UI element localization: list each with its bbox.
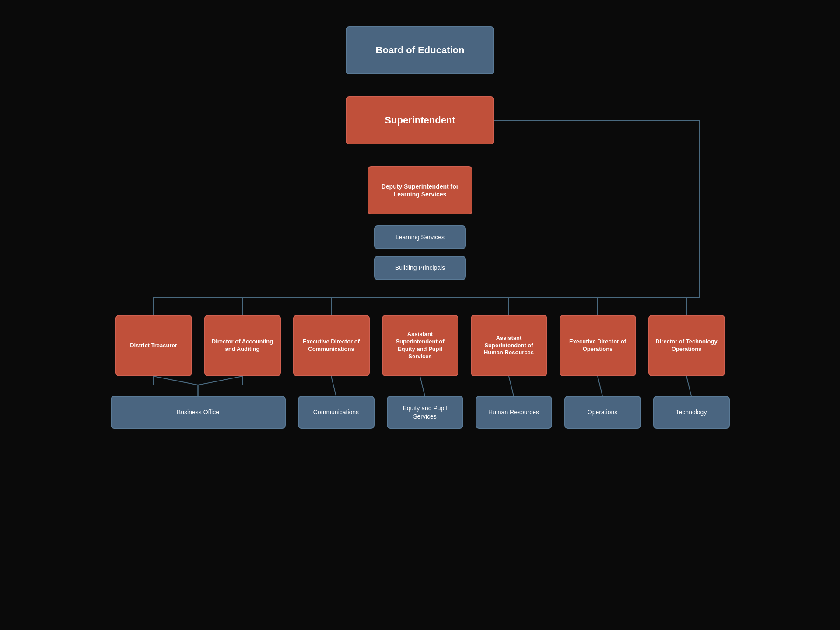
exec-dir-comm-node: Executive Director of Communications bbox=[293, 315, 370, 376]
asst-super-equity-node: Assistant Superintendent of Equity and P… bbox=[382, 315, 458, 376]
superintendent-node: Superintendent bbox=[346, 96, 494, 144]
business-office-node: Business Office bbox=[111, 396, 286, 429]
asst-super-hr-node: Assistant Superintendent of Human Resour… bbox=[471, 315, 547, 376]
deputy-superintendent-node: Deputy Superintendent for Learning Servi… bbox=[368, 166, 472, 214]
exec-dir-ops-node: Executive Director of Operations bbox=[560, 315, 636, 376]
board-of-education-node: Board of Education bbox=[346, 26, 494, 74]
operations-node: Operations bbox=[564, 396, 641, 429]
learning-services-node: Learning Services bbox=[374, 225, 466, 249]
building-principals-node: Building Principals bbox=[374, 256, 466, 280]
technology-node: Technology bbox=[653, 396, 730, 429]
communications-node: Communications bbox=[298, 396, 374, 429]
human-resources-node: Human Resources bbox=[476, 396, 552, 429]
equity-pupil-node: Equity and Pupil Services bbox=[387, 396, 463, 429]
dir-accounting-node: Director of Accounting and Auditing bbox=[204, 315, 281, 376]
district-treasurer-node: District Treasurer bbox=[116, 315, 192, 376]
dir-tech-ops-node: Director of Technology Operations bbox=[648, 315, 725, 376]
